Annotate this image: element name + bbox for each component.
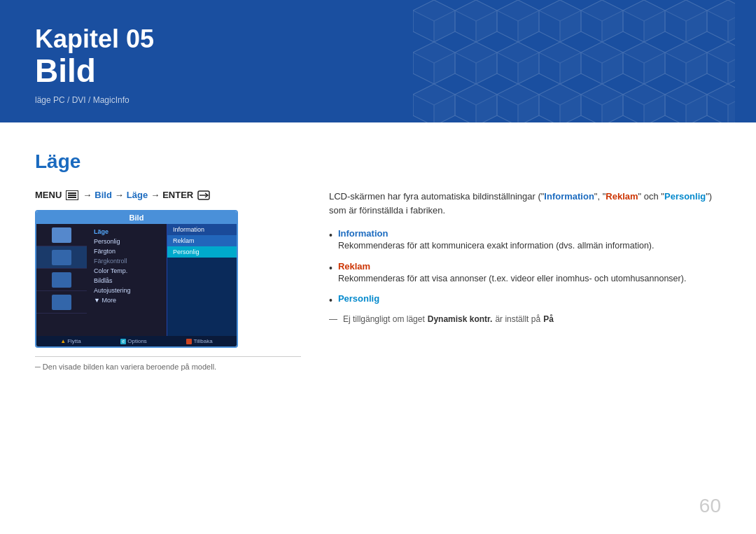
note-middle: är inställt på	[495, 314, 540, 324]
arrow-3: →	[150, 190, 160, 200]
menu-item-fargkontroll: Färgkontroll	[87, 256, 167, 266]
two-column-layout: MENU → Bild → Läge → ENTER Bild	[35, 190, 721, 371]
menu-keyword: MENU	[35, 190, 62, 200]
page-header: Kapitel 05 Bild läge PC / DVI / MagicInf…	[0, 0, 756, 122]
header-subtitle: läge PC / DVI / MagicInfo	[35, 95, 721, 105]
note-pa: På	[543, 314, 554, 324]
gear-icon	[52, 272, 71, 288]
bullet-content-2: Reklam Rekommenderas för att visa annons…	[338, 261, 686, 286]
tv-icon	[52, 227, 71, 243]
list-item-personlig: • Personlig	[329, 293, 721, 306]
options-icon: e	[120, 339, 126, 344]
intro-reklam: Reklam	[606, 191, 638, 202]
left-column: MENU → Bild → Läge → ENTER Bild	[35, 190, 301, 371]
menu-item-bildlas: Bildlås	[87, 276, 167, 286]
submenu-reklam: Reklam	[167, 235, 237, 246]
menu-bild: Bild	[94, 190, 112, 200]
tillbaka-icon	[186, 339, 192, 344]
note-dynamic-kontr: Dynamisk kontr.	[428, 314, 493, 324]
menu-item-personlig: Personlig	[87, 237, 167, 246]
screen-submenu: Information Reklam Personlig	[167, 224, 237, 336]
sidebar-icon-gear	[36, 269, 87, 291]
options-label: Options	[127, 338, 147, 344]
enter-icon	[197, 190, 210, 200]
menu-enter-label: ENTER	[162, 190, 193, 200]
section-title: Läge	[35, 150, 721, 173]
note-prefix: Ej tillgängligt om läget	[343, 314, 425, 324]
menu-icon	[66, 190, 78, 200]
tools-icon	[52, 295, 71, 310]
list-item-reklam: • Reklam Rekommenderas för att visa anno…	[329, 261, 721, 286]
bullet-desc-reklam: Rekommenderas för att visa annonser (t.e…	[338, 274, 686, 283]
footer-options: e Options	[120, 338, 147, 344]
page-number: 60	[699, 495, 721, 517]
footer-flytta: ▲ Flytta	[60, 338, 80, 344]
menu-lage: Läge	[127, 190, 148, 200]
menu-item-more: ▼ More	[87, 295, 167, 305]
footer-tillbaka: Tillbaka	[186, 338, 212, 344]
arrow-icon: ▲	[60, 338, 66, 344]
note-dynamic: Ej tillgängligt om läget Dynamisk kontr.…	[329, 314, 721, 324]
menu-item-colortemp: Color Temp.	[87, 266, 167, 276]
submenu-personlig: Personlig	[167, 246, 237, 258]
flytta-label: Flytta	[67, 338, 81, 344]
intro-comma: ", "	[594, 191, 606, 202]
chapter-label: Kapitel 05	[35, 25, 721, 53]
screen-body: Läge Personlig Färgton Färgkontroll Colo…	[36, 224, 237, 336]
intro-text: LCD-skärmen har fyra automatiska bildins…	[329, 190, 721, 217]
screen-titlebar: Bild	[36, 211, 237, 224]
tillbaka-label: Tillbaka	[193, 338, 212, 344]
screen-mockup: Bild	[35, 210, 238, 348]
bullet-dot-3: •	[329, 295, 332, 306]
sidebar-icon-img	[36, 246, 87, 269]
page-title: Bild	[35, 53, 721, 89]
bullet-label-reklam: Reklam	[338, 261, 686, 272]
sidebar-icon-tools	[36, 291, 87, 314]
bullet-dot-2: •	[329, 262, 332, 274]
screen-menu: Läge Personlig Färgton Färgkontroll Colo…	[87, 224, 167, 336]
image-icon	[52, 250, 71, 265]
screen-sidebar	[36, 224, 87, 336]
menu-item-autojustering: Autojustering	[87, 286, 167, 295]
list-item-information: • Information Rekommenderas för att komm…	[329, 228, 721, 253]
bullet-list: • Information Rekommenderas för att komm…	[329, 228, 721, 306]
menu-item-lage: Läge	[87, 227, 167, 237]
arrow-separator: →	[83, 190, 92, 200]
menu-item-fargton: Färgton	[87, 246, 167, 256]
bullet-dot-1: •	[329, 230, 332, 241]
intro-och: " och "	[638, 191, 664, 202]
right-column: LCD-skärmen har fyra automatiska bildins…	[329, 190, 721, 371]
arrow-2: →	[115, 190, 124, 200]
menu-instruction: MENU → Bild → Läge → ENTER	[35, 190, 301, 200]
bullet-label-information: Information	[338, 228, 654, 239]
screen-footer: ▲ Flytta e Options Tillbaka	[36, 336, 237, 346]
bullet-content-3: Personlig	[338, 293, 379, 305]
sidebar-icon-tv	[36, 224, 87, 246]
bullet-label-personlig: Personlig	[338, 293, 379, 304]
intro-info: Information	[544, 191, 594, 202]
submenu-information: Information	[167, 224, 237, 235]
bullet-desc-information: Rekommenderas för att kommunicera exakt …	[338, 241, 654, 251]
intro-personlig: Personlig	[664, 191, 706, 202]
note-image: Den visade bilden kan variera beroende p…	[35, 356, 301, 371]
intro-prefix: LCD-skärmen har fyra automatiska bildins…	[329, 191, 544, 202]
bullet-content-1: Information Rekommenderas för att kommun…	[338, 228, 654, 253]
main-content: Läge MENU → Bild → Läge → ENTER	[0, 122, 756, 534]
